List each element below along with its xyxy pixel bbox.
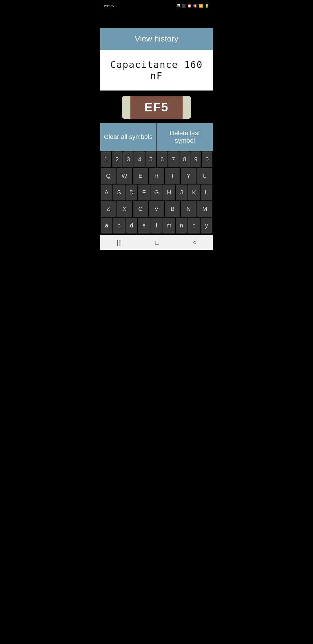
status-time: 21:06	[104, 4, 114, 8]
capacitor-lead-right	[183, 96, 191, 119]
key-G[interactable]: G	[150, 184, 162, 200]
key-y[interactable]: y	[201, 218, 212, 234]
key-X[interactable]: X	[117, 201, 132, 217]
key-row-1: QWERTYU	[100, 167, 213, 184]
key-row-3: ZXCVBNM	[100, 200, 213, 217]
key-C[interactable]: C	[133, 201, 148, 217]
key-E[interactable]: E	[133, 168, 148, 184]
key-3[interactable]: 3	[123, 151, 134, 167]
clear-all-button[interactable]: Clear all symbols	[100, 123, 157, 151]
key-9[interactable]: 9	[190, 151, 201, 167]
result-display: Capacitance 160 nF	[100, 50, 213, 91]
mute-icon: 🔇	[193, 4, 197, 8]
key-row-0: 1234567890	[100, 151, 213, 167]
key-f[interactable]: f	[150, 218, 162, 234]
capacitor-main: EF5	[130, 96, 183, 119]
keyboard: 1234567890QWERTYUASDFGHJKLZXCVBNMabdefmn…	[100, 151, 213, 235]
key-N[interactable]: N	[181, 201, 196, 217]
top-spacer	[100, 10, 213, 28]
key-t[interactable]: t	[188, 218, 200, 234]
key-b[interactable]: b	[113, 218, 125, 234]
bottom-nav: ||| □ <	[100, 235, 213, 250]
key-Y[interactable]: Y	[181, 168, 196, 184]
key-2[interactable]: 2	[112, 151, 123, 167]
key-row-2: ASDFGHJKL	[100, 184, 213, 200]
key-row-4: abdefmnty	[100, 217, 213, 234]
key-A[interactable]: A	[101, 184, 112, 200]
alarm-icon: ⏰	[187, 4, 192, 8]
key-T[interactable]: T	[165, 168, 180, 184]
capacitor-body: EF5	[122, 96, 191, 119]
key-Z[interactable]: Z	[101, 201, 116, 217]
key-5[interactable]: 5	[145, 151, 156, 167]
status-bar: 21:06 🖼 ⬛ ⏰ 🔇 📶 🔋	[100, 0, 213, 10]
nav-menu-icon[interactable]: |||	[117, 239, 122, 246]
key-V[interactable]: V	[149, 201, 164, 217]
key-J[interactable]: J	[176, 184, 188, 200]
signal-icon: 📶	[199, 4, 203, 8]
key-d[interactable]: d	[125, 218, 137, 234]
nav-home-icon[interactable]: □	[155, 239, 159, 246]
key-0[interactable]: 0	[202, 151, 212, 167]
key-6[interactable]: 6	[157, 151, 168, 167]
nav-back-icon[interactable]: <	[192, 239, 196, 246]
key-Q[interactable]: Q	[101, 168, 116, 184]
key-4[interactable]: 4	[134, 151, 145, 167]
delete-last-button[interactable]: Delete last symbol	[157, 123, 213, 151]
key-S[interactable]: S	[113, 184, 125, 200]
key-R[interactable]: R	[149, 168, 164, 184]
battery-icon: 🔋	[205, 4, 209, 8]
key-8[interactable]: 8	[179, 151, 190, 167]
key-L[interactable]: L	[201, 184, 212, 200]
key-n[interactable]: n	[176, 218, 188, 234]
capacitor-code: EF5	[144, 100, 168, 114]
key-1[interactable]: 1	[101, 151, 111, 167]
key-7[interactable]: 7	[168, 151, 179, 167]
status-icons: 🖼 ⬛ ⏰ 🔇 📶 🔋	[176, 4, 209, 8]
key-m[interactable]: m	[163, 218, 175, 234]
key-F[interactable]: F	[138, 184, 150, 200]
key-W[interactable]: W	[117, 168, 132, 184]
key-U[interactable]: U	[197, 168, 212, 184]
screenshot-icon: ⬛	[181, 4, 186, 8]
action-buttons: Clear all symbols Delete last symbol	[100, 123, 213, 151]
key-M[interactable]: M	[197, 201, 212, 217]
notification-icon: 🖼	[176, 4, 180, 8]
key-H[interactable]: H	[163, 184, 175, 200]
view-history-button[interactable]: View history	[100, 28, 213, 50]
capacitor-visual: EF5	[100, 91, 213, 123]
result-text: Capacitance 160 nF	[106, 59, 207, 81]
key-B[interactable]: B	[165, 201, 180, 217]
capacitor-lead-left	[122, 96, 130, 119]
key-a[interactable]: a	[101, 218, 112, 234]
key-e[interactable]: e	[138, 218, 150, 234]
key-D[interactable]: D	[125, 184, 137, 200]
key-K[interactable]: K	[188, 184, 200, 200]
